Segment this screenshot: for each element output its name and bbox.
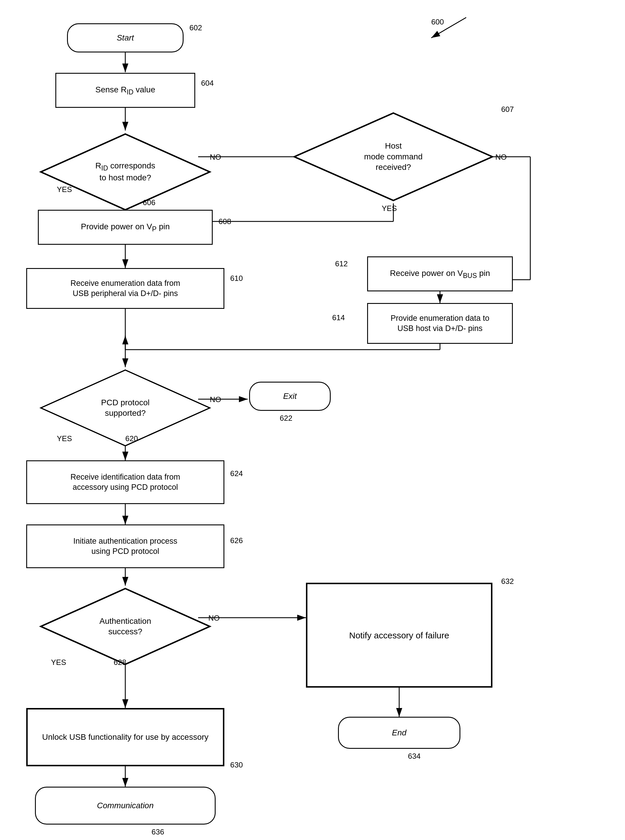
ref-602: 602 — [190, 23, 202, 33]
start-terminal: Start — [67, 23, 183, 53]
ref-622: 622 — [280, 414, 292, 423]
ref-612: 612 — [335, 259, 348, 269]
exit-label: Exit — [283, 391, 297, 402]
ref-630: 630 — [230, 761, 243, 770]
ref-626: 626 — [230, 536, 243, 545]
ref-614: 614 — [332, 313, 345, 322]
receive-id-process: Receive identification data fromaccessor… — [26, 460, 224, 504]
ref-634: 634 — [408, 752, 420, 761]
pcd-decision-diamond: PCD protocolsupported? — [38, 367, 213, 449]
provide-vp-process: Provide power on VP pin — [38, 210, 213, 245]
rid-decision-text: RID correspondsto host mode? — [38, 131, 213, 213]
initiate-auth-label: Initiate authentication processusing PCD… — [73, 536, 177, 556]
host-mode-text: Hostmode commandreceived? — [291, 110, 495, 203]
provide-enum-label: Provide enumeration data toUSB host via … — [390, 313, 489, 334]
auth-decision-text: Authenticationsuccess? — [38, 585, 213, 667]
start-label: Start — [117, 33, 134, 43]
rid-decision-diamond: RID correspondsto host mode? — [38, 131, 213, 213]
unlock-usb-label: Unlock USB functionality for use by acce… — [42, 732, 208, 742]
ref-632: 632 — [501, 577, 514, 586]
provide-vp-label: Provide power on VP pin — [81, 221, 169, 233]
notify-failure-label: Notify accessory of failure — [349, 630, 449, 641]
receive-vbus-process: Receive power on VBUS pin — [367, 256, 513, 291]
end-label: End — [392, 728, 406, 738]
communication-terminal: Communication — [35, 787, 216, 824]
communication-label: Communication — [97, 800, 154, 811]
notify-failure-process: Notify accessory of failure — [306, 583, 493, 688]
receive-id-label: Receive identification data fromaccessor… — [70, 472, 180, 492]
receive-enum-label: Receive enumeration data fromUSB periphe… — [70, 278, 180, 299]
ref-607: 607 — [501, 105, 514, 114]
auth-decision-diamond: Authenticationsuccess? — [38, 585, 213, 667]
pcd-decision-text: PCD protocolsupported? — [38, 367, 213, 449]
ref-600-arrow — [417, 15, 475, 50]
ref-610: 610 — [230, 274, 243, 283]
host-mode-decision-diamond: Hostmode commandreceived? — [291, 110, 495, 203]
ref-624: 624 — [230, 469, 243, 478]
flowchart-diagram: 602 600 Start 602 Sense RID value 604 RI… — [0, 0, 625, 840]
receive-enum-process: Receive enumeration data fromUSB periphe… — [26, 268, 224, 309]
ref-608: 608 — [219, 217, 231, 226]
receive-vbus-label: Receive power on VBUS pin — [390, 268, 490, 280]
ref-604: 604 — [201, 79, 214, 88]
pcd-diamond: PCD protocolsupported? — [38, 367, 213, 449]
exit-terminal: Exit — [249, 382, 331, 411]
rid-diamond: RID correspondsto host mode? — [38, 131, 213, 213]
ref-636: 636 — [151, 828, 164, 837]
host-yes-label: YES — [382, 204, 397, 213]
sense-rid-label: Sense RID value — [95, 84, 155, 96]
unlock-usb-process: Unlock USB functionality for use by acce… — [26, 708, 224, 766]
sense-rid-process: Sense RID value — [55, 73, 195, 108]
host-no-label: NO — [495, 153, 507, 162]
end-terminal: End — [338, 717, 460, 749]
initiate-auth-process: Initiate authentication processusing PCD… — [26, 525, 224, 568]
svg-line-31 — [431, 17, 466, 38]
host-diamond: Hostmode commandreceived? — [291, 110, 495, 203]
auth-diamond: Authenticationsuccess? — [38, 585, 213, 667]
provide-enum-process: Provide enumeration data toUSB host via … — [367, 303, 513, 344]
